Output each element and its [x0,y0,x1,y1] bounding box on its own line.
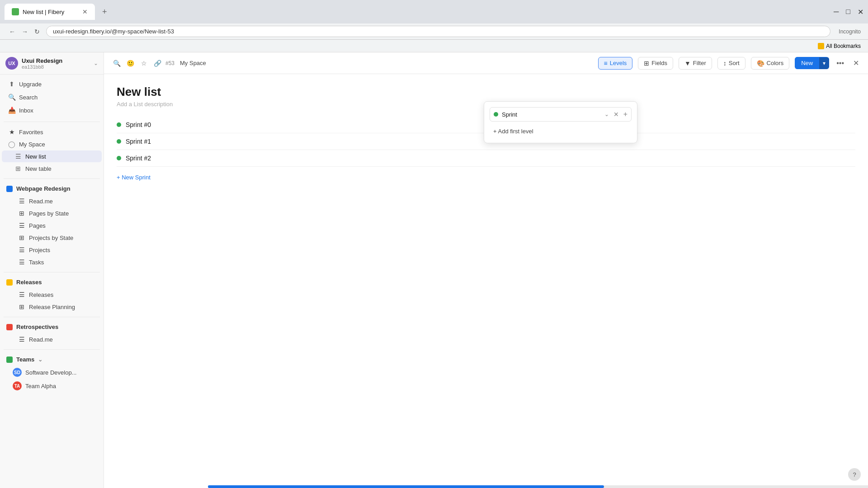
workspace-info: Uxui Redesign ea131bb8 [22,57,90,70]
teams-section-icon [6,357,13,363]
workspace-header[interactable]: UX Uxui Redesign ea131bb8 ⌄ [0,52,104,75]
newtable-label: New table [25,165,52,172]
pages-label: Pages [29,222,46,229]
horizontal-scrollbar[interactable] [208,485,868,488]
sidebar-divider-2 [4,178,100,179]
sprint-item-label: Sprint #1 [126,138,151,145]
section-header-teams[interactable]: Teams ⌄ [0,353,104,366]
colors-button[interactable]: 🎨 Colors [751,57,790,70]
sprint-item-label: Sprint #0 [126,121,151,128]
favorites-icon: ★ [8,128,15,136]
releases-list-icon: ☰ [18,291,25,298]
sidebar-divider-3 [4,272,100,272]
main-content: 🔍 🙂 ☆ 🔗 #53 My Space ≡ Levels ⊞ Fields ▼… [104,52,868,488]
myspace-label: My Space [19,141,45,148]
fields-button[interactable]: ⊞ Fields [638,57,673,70]
sprint-row-close-icon[interactable]: ✕ [613,111,619,118]
sprint-row-chevron-icon[interactable]: ⌄ [604,111,609,117]
projects-label: Projects [29,247,50,253]
sidebar-divider-4 [4,317,100,317]
section-header-webpage[interactable]: Webpage Redesign [0,183,104,195]
window-controls: ─ □ ✕ [834,8,863,16]
sidebar-divider-5 [4,349,100,350]
help-button[interactable]: ? [848,468,861,481]
page-title: New list [117,85,855,99]
sprint-row-plus-icon[interactable]: + [623,110,627,118]
sidebar-item-releases[interactable]: ☰ Releases [2,289,102,300]
sidebar-item-team-alpha[interactable]: TA Team Alpha [0,379,104,393]
filter-icon: ▼ [684,60,691,67]
new-sprint-button[interactable]: + New Sprint [117,169,855,186]
sidebar-item-pages-by-state[interactable]: ⊞ Pages by State [2,207,102,219]
release-planning-icon: ⊞ [18,303,25,310]
fields-icon: ⊞ [644,60,649,67]
teams-section-label: Teams [16,356,34,363]
close-window-button[interactable]: ✕ [858,8,863,16]
section-header-releases[interactable]: Releases [0,276,104,288]
filter-label: Filter [693,60,706,66]
sidebar-item-projects[interactable]: ☰ Projects [2,244,102,256]
sidebar-item-newlist[interactable]: ☰ New list [2,150,102,162]
sprint-row-label: Sprint [502,111,601,118]
tasks-icon: ☰ [18,258,25,266]
maximize-button[interactable]: □ [846,8,850,16]
sort-icon: ↕ [723,60,726,67]
new-button-main[interactable]: New [795,57,819,69]
sidebar-item-software-dev[interactable]: SD Software Develop... [0,366,104,379]
all-bookmarks[interactable]: All Bookmarks [818,43,861,49]
back-button[interactable]: ← [7,27,17,36]
sprint-status-dot [117,122,121,127]
sidebar-item-myspace[interactable]: ◯ My Space [2,138,102,150]
sidebar-myspace-section: ★ Favorites ◯ My Space ☰ New list ⊞ New … [0,124,104,177]
sidebar-item-inbox[interactable]: 📥 Inbox [2,104,102,117]
forward-button[interactable]: → [20,27,30,36]
team-alpha-label: Team Alpha [25,383,56,389]
sidebar-item-search[interactable]: 🔍 Search [2,91,102,103]
newlist-icon: ☰ [14,153,22,160]
star-icon[interactable]: ☆ [138,58,149,69]
section-header-retrospectives[interactable]: Retrospectives [0,321,104,333]
emoji-icon[interactable]: 🙂 [125,58,136,69]
breadcrumb[interactable]: My Space [180,60,206,66]
more-options-icon[interactable]: ••• [835,57,846,69]
upgrade-icon: ⬆ [8,80,15,88]
close-toolbar-icon[interactable]: ✕ [851,57,861,69]
sidebar-item-release-planning[interactable]: ⊞ Release Planning [2,301,102,313]
sidebar-item-pages[interactable]: ☰ Pages [2,220,102,231]
profile-label: Incognito [839,28,861,35]
sidebar-item-tasks[interactable]: ☰ Tasks [2,256,102,268]
sprint-status-dot [117,139,121,144]
sidebar-item-projects-by-state[interactable]: ⊞ Projects by State [2,232,102,244]
software-dev-avatar: SD [13,368,22,377]
levels-sprint-row: Sprint ⌄ ✕ + [490,107,632,122]
filter-button[interactable]: ▼ Filter [679,57,712,70]
new-tab-button[interactable]: + [99,5,111,19]
levels-button[interactable]: ≡ Levels [598,57,633,70]
levels-popup: Sprint ⌄ ✕ + + Add first level [484,101,637,143]
reload-button[interactable]: ↻ [33,27,42,36]
link-icon[interactable]: 🔗 [152,58,163,69]
sidebar-item-retro-readme[interactable]: ☰ Read.me [2,333,102,345]
scrollbar-thumb[interactable] [208,485,604,488]
tab-close-button[interactable]: ✕ [82,8,88,15]
sidebar-item-upgrade[interactable]: ⬆ Upgrade [2,78,102,90]
releases-label: Releases [29,291,53,298]
sidebar-item-readme[interactable]: ☰ Read.me [2,195,102,207]
release-planning-label: Release Planning [29,304,75,310]
sidebar-item-favorites[interactable]: ★ Favorites [2,126,102,138]
new-button-arrow[interactable]: ▾ [819,57,829,69]
sidebar-item-newtable[interactable]: ⊞ New table [2,163,102,174]
tab-title: New list | Fibery [23,9,79,15]
minimize-button[interactable]: ─ [834,8,839,16]
inbox-icon: 📥 [8,107,15,114]
url-bar[interactable]: uxui-redesign.fibery.io/@my-space/New-li… [46,26,830,37]
browser-tab[interactable]: New list | Fibery ✕ [5,4,95,20]
webpage-redesign-section: Webpage Redesign ☰ Read.me ⊞ Pages by St… [0,181,104,270]
search-toolbar-icon[interactable]: 🔍 [111,58,122,69]
add-first-level-button[interactable]: + Add first level [490,125,632,137]
sort-button[interactable]: ↕ Sort [717,57,745,70]
colors-label: Colors [767,60,784,66]
sidebar-nav: ⬆ Upgrade 🔍 Search 📥 Inbox [0,75,104,120]
workspace-chevron-icon[interactable]: ⌄ [94,60,98,66]
list-item[interactable]: Sprint #2 [117,150,855,167]
